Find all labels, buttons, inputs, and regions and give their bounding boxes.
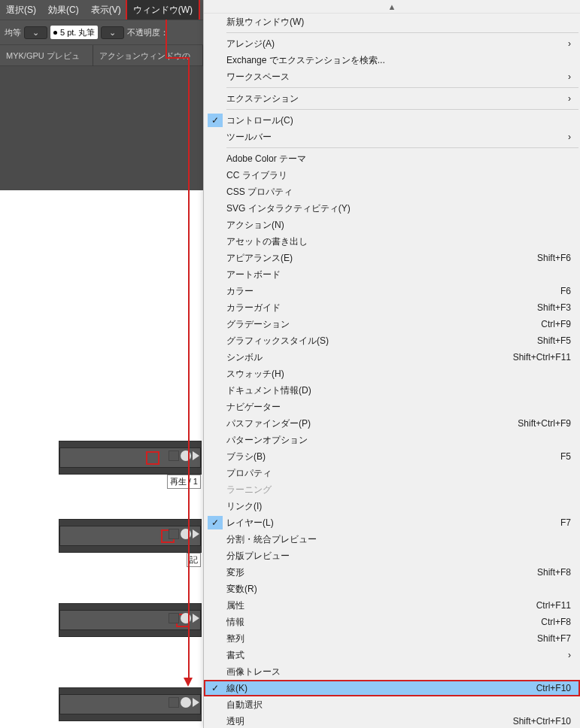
chevron-right-icon: › [562,132,571,142]
menu-item-cc-library[interactable]: CC ライブラリ [204,167,580,184]
stop-icon[interactable] [169,613,179,623]
stop-icon[interactable] [169,697,179,708]
menu-item-exchange[interactable]: Exchange でエクステンションを検索... [204,52,580,68]
menu-item-image-trace[interactable]: 画像トレース [204,663,580,680]
menu-item-learning: ラーニング [204,481,580,498]
menu-item-pattern-opt[interactable]: パターンオプション [204,432,580,448]
menu-item-gradation[interactable]: グラデーションCtrl+F9 [204,316,580,332]
window-dropdown-menu: ▲ 新規ウィンドウ(W) アレンジ(A)› Exchange でエクステンション… [203,0,580,728]
dot-icon [53,31,57,35]
canvas-area: 再生 / 1 記 [0,66,203,728]
menu-item-variables[interactable]: 変数(R) [204,581,580,597]
menu-item-transparency[interactable]: 透明Shift+Ctrl+F10 [204,713,580,728]
menu-item-action[interactable]: アクション(N) [204,217,580,233]
menu-item-separation[interactable]: 分版プレビュー [204,548,580,564]
stroke-weight-value: 5 pt. 丸筆 [60,27,95,38]
check-icon: ✓ [208,114,223,127]
play-icon[interactable] [193,698,199,707]
menu-view[interactable]: 表示(V) [85,0,127,20]
transport-strip-3 [59,603,202,637]
chevron-right-icon: › [562,93,571,104]
check-icon: ✓ [208,516,223,529]
menu-item-color[interactable]: カラーF6 [204,283,580,299]
menu-item-css-props[interactable]: CSS プロパティ [204,184,580,200]
stroke-weight-chip[interactable]: 5 pt. 丸筆 [50,26,98,39]
chevron-right-icon: › [562,38,571,49]
check-icon: ✓ [211,683,219,693]
uniform-label: 均等 [5,27,21,38]
menu-item-extension[interactable]: エクステンション› [204,90,580,107]
menu-item-toolbar[interactable]: ツールバー› [204,129,580,145]
options-toolbar: 均等 ⌄ 5 pt. 丸筆 ⌄ 不透明度： [0,20,203,45]
menu-item-new-window[interactable]: 新規ウィンドウ(W) [204,14,580,30]
separator [226,32,578,33]
document-tabbar: MYK/GPU プレビュー) × アクションウィンドウのボタン [0,45,203,66]
menu-item-svg-inter[interactable]: SVG インタラクティビティ(Y) [204,200,580,217]
menu-item-align[interactable]: 整列Shift+F7 [204,630,580,647]
guide-arrow [165,57,188,59]
menu-item-arrange[interactable]: アレンジ(A)› [204,35,580,52]
transport-strip-2: 記 [59,519,202,553]
play-icon[interactable] [193,614,199,623]
menu-item-asset-export[interactable]: アセットの書き出し [204,233,580,250]
play-icon[interactable] [193,529,199,538]
menu-item-appearance[interactable]: アピアランス(E)Shift+F6 [204,250,580,266]
scroll-up-arrow[interactable]: ▲ [204,0,580,14]
menu-item-pathfinder[interactable]: パスファインダー(P)Shift+Ctrl+F9 [204,415,580,432]
menu-window[interactable]: ウィンドウ(W) [127,0,199,20]
menu-item-property[interactable]: プロパティ [204,465,580,481]
stop-icon[interactable] [169,529,179,539]
menu-item-control[interactable]: ✓ コントロール(C) [204,112,580,129]
uniform-dropdown[interactable]: ⌄ [24,26,47,39]
menu-item-split-merge[interactable]: 分割・統合プレビュー [204,531,580,548]
separator [226,147,578,148]
document-tab-1[interactable]: MYK/GPU プレビュー) × [0,45,93,66]
opacity-label: 不透明度： [127,27,169,38]
menu-item-color-guide[interactable]: カラーガイドShift+F3 [204,299,580,316]
menu-select[interactable]: 選択(S) [0,0,42,20]
menu-item-workspace[interactable]: ワークスペース› [204,68,580,85]
menu-item-stroke[interactable]: ✓ 線(K)Ctrl+F10 [204,680,580,696]
separator [226,87,578,88]
highlight-box [146,451,159,465]
menu-item-attr[interactable]: 属性Ctrl+F11 [204,597,580,614]
menu-item-auto-select[interactable]: 自動選択 [204,696,580,713]
play-icon[interactable] [193,451,199,460]
menu-item-swatch[interactable]: スウォッチ(H) [204,366,580,382]
transport-strip-1: 再生 / 1 [59,441,202,475]
menu-effect[interactable]: 効果(C) [42,0,85,20]
transport-strip-4 [59,687,202,721]
menu-item-transform[interactable]: 変形Shift+F8 [204,564,580,581]
menubar: 選択(S) 効果(C) 表示(V) ウィンドウ(W) [0,0,203,20]
stop-icon[interactable] [169,450,179,461]
menu-item-link[interactable]: リンク(I) [204,498,580,514]
menu-item-navigator[interactable]: ナビゲーター [204,399,580,415]
canvas-dark-top [0,66,203,190]
menu-item-adobe-color[interactable]: Adobe Color テーマ [204,150,580,167]
menu-item-symbol[interactable]: シンボルShift+Ctrl+F11 [204,349,580,366]
separator [226,109,578,110]
menu-item-info[interactable]: 情報Ctrl+F8 [204,614,580,630]
document-tab-2[interactable]: アクションウィンドウのボタン [93,45,203,66]
stroke-weight-dropdown[interactable]: ⌄ [101,26,124,39]
menu-item-artboard[interactable]: アートボード [204,266,580,283]
guide-arrow [188,57,190,678]
menu-item-type[interactable]: 書式› [204,647,580,663]
strip-label: 再生 / 1 [167,475,201,489]
menu-item-brush[interactable]: ブラシ(B)F5 [204,448,580,465]
guide-arrow [165,20,167,57]
chevron-right-icon: › [562,650,571,660]
menu-item-doc-info[interactable]: ドキュメント情報(D) [204,382,580,399]
menu-item-graphic-style[interactable]: グラフィックスタイル(S)Shift+F5 [204,332,580,349]
menu-item-layer[interactable]: ✓ レイヤー(L)F7 [204,514,580,531]
record-icon[interactable] [181,697,191,708]
arrowhead-icon [184,678,193,687]
chevron-right-icon: › [562,71,571,82]
